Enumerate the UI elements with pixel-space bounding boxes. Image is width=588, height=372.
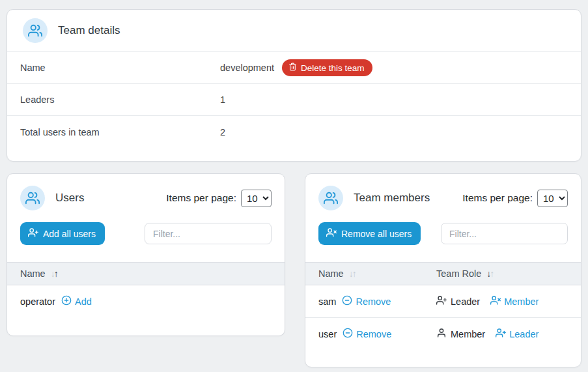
minus-circle-icon	[342, 295, 352, 308]
remove-member-link[interactable]: Remove	[343, 328, 391, 340]
plus-circle-icon	[61, 295, 72, 308]
users-icon	[20, 186, 45, 210]
member-name: sam	[318, 296, 336, 307]
page: Team details Name development Delete thi…	[0, 0, 588, 367]
filter-input[interactable]	[441, 223, 568, 244]
total-users-count: 2	[220, 127, 225, 137]
user-plus-icon	[496, 328, 506, 340]
detail-row-name: Name development Delete this team	[7, 52, 581, 84]
items-per-page-label: Items per page:	[166, 192, 236, 204]
sort-icons: ↓↑	[349, 268, 356, 279]
users-icon	[318, 186, 343, 210]
filter-input[interactable]	[145, 223, 272, 244]
add-user-link-label: Add	[75, 296, 92, 307]
sort-asc-icon: ↑	[352, 268, 356, 279]
sort-icons: ↓↑	[486, 268, 493, 279]
current-role-label: Member	[451, 329, 485, 339]
remove-member-link[interactable]: Remove	[342, 295, 391, 308]
column-header-team-role[interactable]: Team Role ↓↑	[436, 268, 493, 279]
column-header-name-label: Name	[20, 268, 46, 279]
minus-circle-icon	[343, 328, 353, 340]
remove-all-users-button[interactable]: Remove all users	[318, 222, 421, 245]
table-row: sam Remove Leader	[305, 285, 581, 318]
team-details-header: Team details	[7, 10, 581, 52]
current-role-label: Leader	[451, 296, 480, 307]
user-plus-icon	[28, 227, 38, 240]
team-members-card-header: Team members Items per page: 10	[305, 174, 581, 214]
detail-row-leaders: Leaders 1	[7, 84, 581, 116]
column-header-name-label: Name	[318, 268, 344, 279]
items-per-page-select[interactable]: 10	[241, 190, 272, 207]
user-x-icon	[326, 227, 337, 240]
column-header-name[interactable]: Name ↓↑	[318, 268, 436, 279]
sort-asc-icon: ↑	[490, 268, 493, 279]
remove-all-users-label: Remove all users	[341, 229, 412, 239]
users-card-header: Users Items per page: 10	[7, 174, 285, 214]
team-details-card: Team details Name development Delete thi…	[7, 9, 581, 162]
remove-member-link-label: Remove	[356, 296, 391, 307]
add-all-users-label: Add all users	[43, 229, 96, 239]
user-x-icon	[490, 295, 501, 308]
sort-icons: ↓↑	[51, 268, 57, 279]
member-name: user	[318, 329, 337, 339]
sort-asc-icon: ↑	[54, 268, 57, 279]
trash-icon	[288, 63, 297, 73]
team-members-controls: Remove all users	[305, 214, 581, 254]
user-name: operator	[20, 296, 55, 307]
team-members-card: Team members Items per page: 10 Remove a…	[305, 173, 581, 367]
delete-team-button[interactable]: Delete this team	[282, 59, 372, 76]
column-header-team-role-label: Team Role	[436, 268, 481, 279]
items-per-page-label: Items per page:	[462, 192, 533, 204]
row-label: Total users in team	[20, 127, 220, 137]
detail-row-total-users: Total users in team 2	[7, 116, 581, 149]
leaders-count: 1	[220, 94, 225, 105]
user-icon	[436, 328, 447, 340]
users-controls: Add all users	[7, 214, 285, 254]
team-members-table-header: Name ↓↑ Team Role ↓↑	[305, 262, 581, 285]
table-row: operator Add	[7, 285, 285, 317]
column-header-name[interactable]: Name ↓↑	[20, 268, 57, 279]
row-label: Name	[20, 63, 220, 73]
current-role: Member	[436, 328, 485, 340]
remove-member-link-label: Remove	[356, 329, 391, 339]
table-row: user Remove Member	[305, 318, 581, 350]
team-name-value: development	[220, 63, 274, 73]
delete-team-button-label: Delete this team	[301, 63, 365, 73]
users-icon	[23, 18, 48, 43]
change-role-link[interactable]: Leader	[496, 328, 539, 340]
add-all-users-button[interactable]: Add all users	[20, 222, 105, 245]
user-plus-icon	[436, 295, 447, 308]
row-label: Leaders	[20, 94, 220, 105]
users-table-header: Name ↓↑	[7, 262, 285, 285]
card-title: Users	[55, 192, 84, 205]
row-value: development Delete this team	[220, 59, 372, 76]
change-role-link[interactable]: Member	[490, 295, 539, 308]
items-per-page-select[interactable]: 10	[537, 190, 568, 207]
add-user-link[interactable]: Add	[61, 295, 92, 308]
card-title: Team details	[58, 24, 120, 37]
current-role: Leader	[436, 295, 480, 308]
card-title: Team members	[354, 192, 430, 205]
users-card: Users Items per page: 10 Add all users	[7, 173, 285, 336]
change-role-link-label: Leader	[509, 329, 539, 339]
change-role-link-label: Member	[504, 296, 539, 307]
